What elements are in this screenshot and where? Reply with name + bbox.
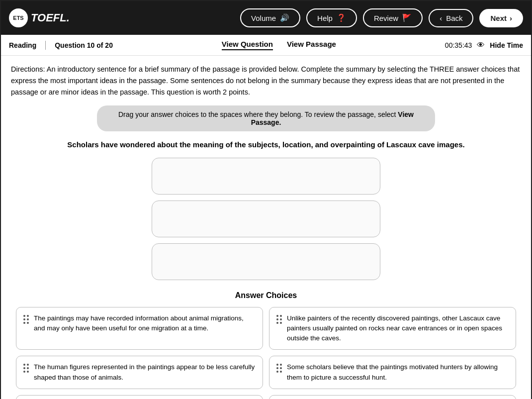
main-content: Directions: An introductory sentence for…	[1, 56, 531, 399]
answer-card-d[interactable]: Some scholars believe that the paintings…	[269, 356, 516, 389]
view-question-tab[interactable]: View Question	[222, 40, 273, 50]
volume-icon: 🔊	[280, 13, 289, 22]
subheader: Reading Question 10 of 20 View Question …	[1, 35, 531, 56]
subheader-left: Reading Question 10 of 20	[9, 41, 113, 50]
drag-handle-a	[23, 313, 29, 324]
main-header: ETS TOEFL. Volume 🔊 Help ❓ Review 🚩 ‹ Ba…	[1, 1, 531, 35]
answer-text-b: Unlike painters of the recently discover…	[287, 313, 509, 344]
drag-handle-d	[276, 362, 282, 373]
subheader-center: View Question View Passage	[113, 40, 445, 50]
back-button[interactable]: ‹ Back	[429, 9, 473, 27]
drop-zone-2[interactable]	[152, 200, 380, 237]
directions-text: Directions: An introductory sentence for…	[11, 64, 521, 99]
hide-time-button[interactable]: Hide Time	[490, 41, 523, 49]
answer-grid: The paintings may have recorded informat…	[11, 307, 521, 399]
answer-card-f[interactable]: Scientific analysis suggests that painti…	[269, 395, 516, 399]
logo-area: ETS TOEFL.	[9, 8, 70, 27]
ets-badge: ETS	[9, 8, 28, 27]
next-chevron-icon: ›	[510, 14, 512, 22]
flag-icon: 🚩	[402, 13, 412, 22]
answer-choices-title: Answer Choices	[11, 291, 521, 300]
question-info: Question 10 of 20	[55, 41, 113, 49]
toefl-logo: TOEFL.	[31, 11, 70, 24]
answer-card-c[interactable]: The human figures represented in the pai…	[16, 356, 263, 389]
help-icon: ❓	[337, 13, 346, 22]
review-button[interactable]: Review 🚩	[363, 8, 423, 27]
answer-card-a[interactable]: The paintings may have recorded informat…	[16, 307, 263, 350]
drag-handle-c	[23, 362, 29, 373]
answer-text-a: The paintings may have recorded informat…	[34, 313, 256, 334]
volume-button[interactable]: Volume 🔊	[240, 8, 300, 27]
answer-card-e[interactable]: It is possible that the animals in the p…	[16, 395, 263, 399]
subheader-right: 00:35:43 👁 Hide Time	[445, 41, 523, 50]
drag-hint: Drag your answer choices to the spaces w…	[97, 105, 435, 131]
help-button[interactable]: Help ❓	[306, 8, 357, 27]
section-label: Reading	[9, 41, 36, 49]
drag-hint-bold: View Passage.	[251, 110, 414, 126]
timer-display: 00:35:43	[445, 41, 472, 49]
back-chevron-icon: ‹	[440, 14, 442, 22]
subheader-divider	[45, 41, 46, 50]
eye-icon: 👁	[477, 41, 485, 50]
intro-sentence: Scholars have wondered about the meaning…	[11, 140, 521, 149]
drop-zone-3[interactable]	[152, 243, 380, 280]
answer-text-c: The human figures represented in the pai…	[34, 362, 256, 383]
drop-zones	[11, 158, 521, 280]
answer-card-b[interactable]: Unlike painters of the recently discover…	[269, 307, 516, 350]
drag-handle-b	[276, 313, 282, 324]
view-passage-tab[interactable]: View Passage	[287, 40, 336, 50]
answer-text-d: Some scholars believe that the paintings…	[287, 362, 509, 383]
next-button[interactable]: Next ›	[479, 9, 523, 27]
drop-zone-1[interactable]	[152, 158, 380, 195]
